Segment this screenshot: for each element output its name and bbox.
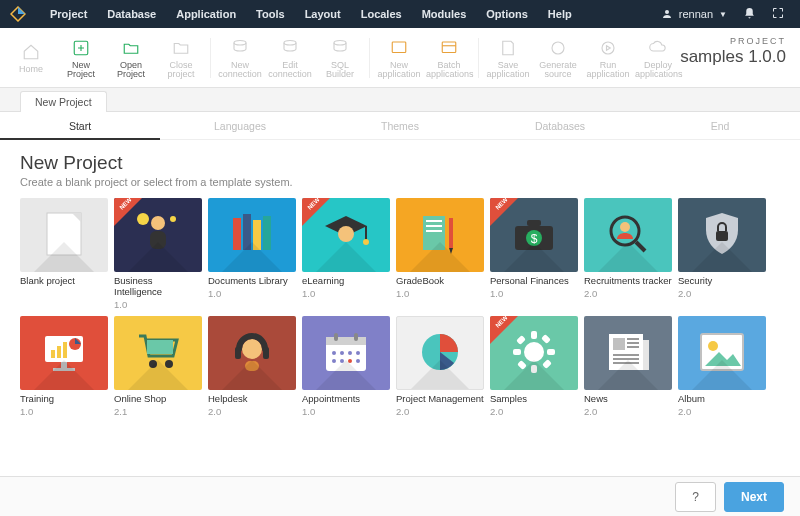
template-card[interactable]: GradeBook1.0 <box>396 198 484 310</box>
step-end[interactable]: End <box>640 112 800 139</box>
step-languages[interactable]: Languages <box>160 112 320 139</box>
page-subtitle: Create a blank project or select from a … <box>20 176 780 188</box>
svg-point-2 <box>665 10 669 14</box>
template-card[interactable]: Album2.0 <box>678 316 766 417</box>
step-themes[interactable]: Themes <box>320 112 480 139</box>
tool-home[interactable]: Home <box>6 37 56 78</box>
cloud-upload-icon <box>635 37 681 59</box>
menu-application[interactable]: Application <box>166 0 246 28</box>
menu-options[interactable]: Options <box>476 0 538 28</box>
template-thumb <box>678 316 766 390</box>
next-button[interactable]: Next <box>724 482 784 512</box>
menu-tools[interactable]: Tools <box>246 0 295 28</box>
tool-generate-source[interactable]: Generate source <box>533 33 583 83</box>
tool-save-application[interactable]: Save application <box>483 33 533 83</box>
template-card[interactable]: NEWBusiness Intelligence1.0 <box>114 198 202 310</box>
template-card[interactable]: Helpdesk2.0 <box>208 316 296 417</box>
menu-project[interactable]: Project <box>40 0 97 28</box>
template-card[interactable]: Online Shop2.1 <box>114 316 202 417</box>
template-card[interactable]: Blank project <box>20 198 108 310</box>
tool-sql-builder[interactable]: SQL Builder <box>315 33 365 83</box>
svg-rect-62 <box>354 333 358 341</box>
user-icon <box>661 8 673 20</box>
template-grid: Blank projectNEWBusiness Intelligence1.0… <box>20 198 780 417</box>
template-version: 2.0 <box>678 288 766 299</box>
database-sql-icon <box>317 37 363 59</box>
menubar: Project Database Application Tools Layou… <box>0 0 800 28</box>
template-card[interactable]: Security2.0 <box>678 198 766 310</box>
menu-layout[interactable]: Layout <box>295 0 351 28</box>
svg-line-43 <box>636 242 645 251</box>
svg-point-28 <box>363 239 369 245</box>
svg-rect-31 <box>426 225 442 227</box>
svg-point-26 <box>338 226 354 242</box>
tool-new-project[interactable]: New Project <box>56 33 106 83</box>
template-name: GradeBook <box>396 275 484 286</box>
tool-open-project[interactable]: Open Project <box>106 33 156 83</box>
template-version: 1.0 <box>20 406 108 417</box>
svg-rect-85 <box>613 338 625 350</box>
tool-run-application[interactable]: Run application <box>583 33 633 83</box>
play-icon <box>585 37 631 59</box>
notifications-icon[interactable] <box>735 7 764 22</box>
svg-rect-8 <box>442 42 456 53</box>
content: New Project Create a blank project or se… <box>0 140 800 516</box>
svg-point-18 <box>170 216 176 222</box>
svg-point-55 <box>242 339 262 359</box>
tool-deploy-applications[interactable]: Deploy applications <box>633 33 683 83</box>
template-card[interactable]: Documents Library1.0 <box>208 198 296 310</box>
svg-rect-32 <box>426 230 442 232</box>
template-name: News <box>584 393 672 404</box>
template-card[interactable]: NEW$Personal Finances1.0 <box>490 198 578 310</box>
svg-rect-86 <box>627 338 639 340</box>
template-name: Security <box>678 275 766 286</box>
template-card[interactable]: NEWeLearning1.0 <box>302 198 390 310</box>
step-start[interactable]: Start <box>0 112 160 140</box>
template-name: Project Management <box>396 393 484 404</box>
fullscreen-icon[interactable] <box>764 7 792 21</box>
svg-rect-47 <box>57 346 61 358</box>
help-button[interactable]: ? <box>675 482 716 512</box>
svg-rect-90 <box>613 358 639 360</box>
template-card[interactable]: NEWSamples2.0 <box>490 316 578 417</box>
svg-rect-57 <box>263 347 269 359</box>
svg-point-67 <box>332 359 336 363</box>
new-ribbon-icon: NEW <box>490 316 518 344</box>
tool-batch-applications[interactable]: Batch applications <box>424 33 474 83</box>
svg-point-6 <box>334 40 346 45</box>
svg-rect-60 <box>326 337 366 345</box>
svg-rect-88 <box>627 346 639 348</box>
user-menu[interactable]: rennan ▼ <box>653 8 735 20</box>
template-name: Training <box>20 393 108 404</box>
template-card[interactable]: Training1.0 <box>20 316 108 417</box>
tool-new-connection[interactable]: New connection <box>215 33 265 83</box>
template-card[interactable]: Recruitments tracker2.0 <box>584 198 672 310</box>
menu-locales[interactable]: Locales <box>351 0 412 28</box>
template-card[interactable]: Appointments1.0 <box>302 316 390 417</box>
template-name: Personal Finances <box>490 275 578 286</box>
new-ribbon-icon: NEW <box>114 198 142 226</box>
svg-rect-56 <box>235 347 241 359</box>
tab-new-project[interactable]: New Project <box>20 91 107 112</box>
svg-rect-87 <box>627 342 639 344</box>
apps-icon <box>426 37 472 59</box>
template-card[interactable]: Project Management2.0 <box>396 316 484 417</box>
tool-edit-connection[interactable]: Edit connection <box>265 33 315 83</box>
tool-close-project[interactable]: Close project <box>156 33 206 83</box>
template-thumb: NEW <box>114 198 202 272</box>
save-icon <box>485 37 531 59</box>
svg-point-70 <box>356 359 360 363</box>
menu-database[interactable]: Database <box>97 0 166 28</box>
step-databases[interactable]: Databases <box>480 112 640 139</box>
new-ribbon-icon: NEW <box>302 198 330 226</box>
template-card[interactable]: News2.0 <box>584 316 672 417</box>
template-version: 2.0 <box>584 406 672 417</box>
template-version: 2.0 <box>490 406 578 417</box>
new-ribbon-icon: NEW <box>490 198 518 226</box>
menu-modules[interactable]: Modules <box>412 0 477 28</box>
tool-new-application[interactable]: New application <box>374 33 424 83</box>
menu-help[interactable]: Help <box>538 0 582 28</box>
template-name: Online Shop <box>114 393 202 404</box>
svg-point-63 <box>332 351 336 355</box>
template-thumb <box>678 198 766 272</box>
